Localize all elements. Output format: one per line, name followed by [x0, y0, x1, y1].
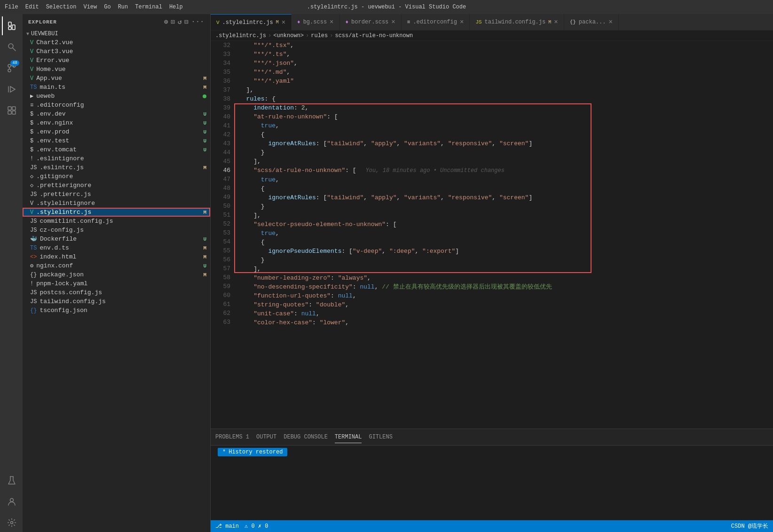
panel-tab-terminal[interactable]: TERMINAL	[335, 431, 362, 443]
tab-icon: V	[216, 20, 220, 25]
root-folder[interactable]: ▼ UEVWEBUI	[23, 30, 210, 38]
sidebar-item-ueweb[interactable]: ▶ueweb	[23, 92, 210, 101]
tab-close-button[interactable]: ×	[460, 19, 464, 25]
sidebar-item--eslintrc-js[interactable]: JS.eslintrc.jsM	[23, 163, 210, 172]
code-line-46: "scss/at-rule-no-unknown": [You, 18 minu…	[239, 166, 773, 175]
menu-view[interactable]: View	[83, 4, 97, 10]
menu-run[interactable]: Run	[118, 4, 128, 10]
svg-point-16	[11, 522, 13, 524]
code-line-52: "selector-pseudo-element-no-unknown": [	[239, 220, 773, 229]
history-restored-badge: * History restored	[218, 448, 287, 456]
panel-tab-debug-console[interactable]: DEBUG CONSOLE	[284, 431, 328, 443]
tab-label: .editorconfig	[413, 19, 457, 25]
menu-go[interactable]: Go	[104, 4, 110, 10]
sidebar-item--prettierignore[interactable]: ◇.prettierignore	[23, 181, 210, 190]
tab-close-button[interactable]: ×	[608, 19, 612, 25]
breadcrumb-item-1[interactable]: <unknown>	[273, 32, 304, 39]
sidebar-item--gitignore[interactable]: ◇.gitignore	[23, 172, 210, 181]
sidebar-item--env-test[interactable]: $.env.testU	[23, 136, 210, 145]
sidebar-item--env-tomcat[interactable]: $.env.tomcatU	[23, 145, 210, 154]
file-name: .gitignore	[36, 173, 73, 180]
tab--stylelintrc-js[interactable]: V.stylelintrc.jsM×	[211, 14, 292, 30]
sidebar-item-pnpm-lock-yaml[interactable]: !pnpm-lock.yaml	[23, 279, 210, 288]
tab-close-button[interactable]: ×	[282, 19, 285, 26]
menu-file[interactable]: File	[5, 4, 18, 10]
menu-terminal[interactable]: Terminal	[135, 4, 162, 10]
accounts-activity-icon[interactable]	[2, 492, 21, 511]
sidebar-item-tsconfig-json[interactable]: {}tsconfig.json	[23, 306, 210, 315]
tab-tailwind-config-js[interactable]: JStailwind.config.jsM×	[470, 14, 564, 30]
code-content[interactable]: "**/*.tsx", "**/*.ts", "**/*.json", "**/…	[234, 41, 773, 429]
sidebar-item-Dockerfile[interactable]: 🐳DockerfileU	[23, 235, 210, 243]
sidebar-item-package-json[interactable]: {}package.jsonM	[23, 270, 210, 279]
sidebar-item--prettierrc-js[interactable]: JS.prettierrc.js	[23, 190, 210, 199]
run-debug-activity-icon[interactable]	[2, 80, 21, 99]
git-branch[interactable]: ⎇ main	[215, 523, 239, 530]
source-control-activity-icon[interactable]: 48	[2, 59, 21, 78]
file-name: Chart2.vue	[36, 39, 73, 46]
panel-area: PROBLEMS 1OUTPUTDEBUG CONSOLETERMINALGIT…	[211, 429, 773, 520]
sidebar-item-Home-vue[interactable]: VHome.vue	[23, 65, 210, 74]
panel-tab-output[interactable]: OUTPUT	[256, 431, 276, 443]
settings-activity-icon[interactable]	[2, 513, 21, 532]
menu-selection[interactable]: Selection	[46, 4, 77, 10]
sidebar-item--stylelintrc-js[interactable]: V.stylelintrc.jsM	[23, 208, 210, 217]
sidebar-item-tailwind-config-js[interactable]: JStailwind.config.js	[23, 297, 210, 306]
sidebar-item--editorconfig[interactable]: ≡.editorconfig	[23, 101, 210, 110]
sidebar-item-postcss-config-js[interactable]: JSpostcss.config.js	[23, 288, 210, 297]
refresh-icon[interactable]: ↺	[178, 18, 182, 26]
sidebar-item-nginx-conf[interactable]: ⚙nginx.confU	[23, 261, 210, 270]
sidebar-item-main-ts[interactable]: TSmain.tsM	[23, 83, 210, 92]
sidebar-item--env-nginx[interactable]: $.env.nginxU	[23, 118, 210, 127]
breadcrumb-item-2[interactable]: rules	[311, 32, 328, 39]
tab--editorconfig[interactable]: ≡.editorconfig×	[402, 14, 470, 30]
file-badge: M	[203, 254, 206, 260]
tab-close-button[interactable]: ×	[391, 19, 395, 25]
search-activity-icon[interactable]	[2, 38, 21, 56]
file-badge: M	[203, 85, 206, 90]
line-number-37: 37	[214, 86, 230, 94]
menu-help[interactable]: Help	[169, 4, 183, 10]
tab-packa---[interactable]: {}packa...×	[564, 14, 619, 30]
extensions-activity-icon[interactable]	[2, 101, 21, 120]
tab-close-button[interactable]: ×	[554, 19, 558, 25]
line-number-51: 51	[214, 211, 230, 219]
tab-border-scss[interactable]: ♦border.scss×	[340, 14, 402, 30]
activity-bar: 48	[0, 14, 23, 532]
panel-tab-problems[interactable]: PROBLEMS 1	[215, 431, 249, 443]
breadcrumb-item-0[interactable]: .stylelintrc.js	[215, 32, 266, 39]
file-badge: U	[203, 236, 206, 242]
collapse-all-icon[interactable]: ⊟	[184, 18, 189, 26]
sidebar-header: EXPLORER ⊕ ⊡ ↺ ⊟ ···	[23, 14, 210, 30]
problems-indicator[interactable]: ⚠ 0 ✗ 0	[245, 523, 268, 530]
sidebar: EXPLORER ⊕ ⊡ ↺ ⊟ ··· ▼ UEVWEBUI VChart2.…	[23, 14, 211, 532]
status-bar: ⎇ main ⚠ 0 ✗ 0 CSDN @琉学长	[211, 520, 773, 532]
file-name: Home.vue	[36, 66, 65, 73]
sidebar-item-Chart2-vue[interactable]: VChart2.vue	[23, 38, 210, 47]
sidebar-item-index-html[interactable]: <>index.htmlM	[23, 252, 210, 261]
sidebar-item-Error-vue[interactable]: VError.vue	[23, 56, 210, 65]
test-activity-icon[interactable]	[2, 471, 21, 490]
breadcrumb-item-3[interactable]: scss/at-rule-no-unknown	[335, 32, 413, 39]
new-file-icon[interactable]: ⊕	[164, 18, 168, 26]
sidebar-item--env-prod[interactable]: $.env.prodU	[23, 127, 210, 136]
new-folder-icon[interactable]: ⊡	[171, 18, 175, 26]
menu-bar[interactable]: File Edit Selection View Go Run Terminal…	[5, 4, 183, 10]
sidebar-item-commitlint-config-js[interactable]: JScommitlint.config.js	[23, 217, 210, 226]
sidebar-item--env-dev[interactable]: $.env.devU	[23, 110, 210, 118]
sidebar-item-cz-config-js[interactable]: JScz-config.js	[23, 226, 210, 235]
tab-close-button[interactable]: ×	[330, 19, 333, 25]
sidebar-item--stylelintignore[interactable]: V.stylelintignore	[23, 199, 210, 208]
code-line-53: true,	[239, 229, 773, 238]
sidebar-item--eslintignore[interactable]: !.eslintignore	[23, 154, 210, 163]
sidebar-item-env-d-ts[interactable]: TSenv.d.tsM	[23, 243, 210, 252]
tab-bg-scss[interactable]: ♦bg.scss×	[292, 14, 339, 30]
menu-edit[interactable]: Edit	[25, 4, 39, 10]
explorer-activity-icon[interactable]	[2, 16, 21, 35]
more-actions-icon[interactable]: ···	[191, 18, 205, 26]
sidebar-item-App-vue[interactable]: VApp.vueM	[23, 74, 210, 83]
file-icon: !	[30, 281, 33, 287]
panel-tab-gitlens[interactable]: GITLENS	[369, 431, 392, 443]
file-name: Error.vue	[36, 57, 69, 64]
sidebar-item-Chart3-vue[interactable]: VChart3.vue	[23, 47, 210, 56]
